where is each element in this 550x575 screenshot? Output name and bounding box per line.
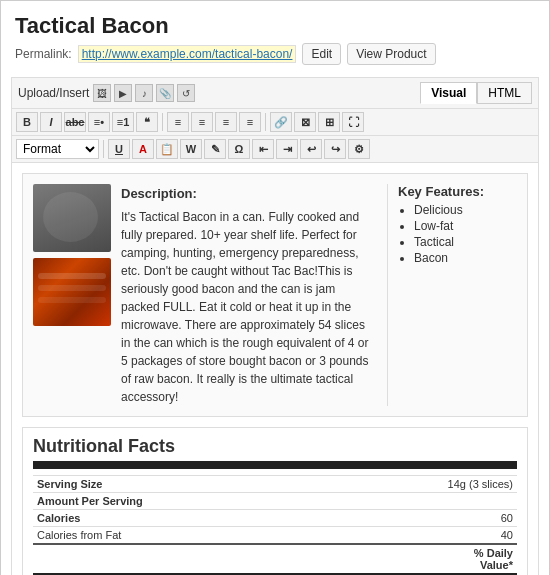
edit-button[interactable]: Edit [302,43,341,65]
pct-header-row: % Daily Value* [33,544,517,575]
tab-visual[interactable]: Visual [420,82,477,104]
upload-video-icon[interactable]: ▶ [114,84,132,102]
calories-fat-value: 40 [345,526,517,544]
view-product-button[interactable]: View Product [347,43,435,65]
upload-image-icon[interactable]: 🖼 [93,84,111,102]
blockquote-button[interactable]: ❝ [136,112,158,132]
unordered-list-button[interactable]: ≡• [88,112,110,132]
toolbar-sep-3 [103,140,104,158]
upload-section: Upload/Insert 🖼 ▶ ♪ 📎 ↺ [18,84,195,102]
calories-row: Calories 60 [33,509,517,526]
align-center-button[interactable]: ≡ [191,112,213,132]
toolbar-sep-1 [162,113,163,131]
tab-html[interactable]: HTML [477,82,532,104]
indent-button[interactable]: ⇥ [276,139,298,159]
feature-tactical: Tactical [414,235,517,249]
italic-button[interactable]: I [40,112,62,132]
upload-refresh-icon[interactable]: ↺ [177,84,195,102]
fullscreen-button[interactable]: ⛶ [342,112,364,132]
feature-low-fat: Low-fat [414,219,517,233]
toolbar-sep-2 [265,113,266,131]
permalink-label: Permalink: [15,47,72,61]
paste-text-button[interactable]: 📋 [156,139,178,159]
page-header: Tactical Bacon Permalink: http://www.exa… [1,1,549,77]
format-select[interactable]: Format Heading 1 Heading 2 Paragraph [16,139,99,159]
permalink-row: Permalink: http://www.example.com/tactic… [15,43,535,65]
settings-button[interactable]: ⚙ [348,139,370,159]
calories-value: 60 [345,509,517,526]
product-box: Description: It's Tactical Bacon in a ca… [22,173,528,417]
serving-size-label: Serving Size [33,475,345,492]
page-title: Tactical Bacon [15,13,535,39]
amount-per-serving-value [345,492,517,509]
outdent-button[interactable]: ⇤ [252,139,274,159]
description-text: It's Tactical Bacon in a can. Fully cook… [121,208,377,406]
nutrition-section: Nutritional Facts Serving Size 14g (3 sl… [22,427,528,576]
key-features: Key Features: Delicious Low-fat Tactical… [387,184,517,406]
key-features-list: Delicious Low-fat Tactical Bacon [414,203,517,265]
unlink-button[interactable]: ⊠ [294,112,316,132]
description-heading: Description: [121,186,197,201]
insert-button[interactable]: ⊞ [318,112,340,132]
view-tabs: Visual HTML [420,82,532,104]
align-left-button[interactable]: ≡ [167,112,189,132]
editor-content[interactable]: Description: It's Tactical Bacon in a ca… [12,163,538,575]
amount-per-serving-label: Amount Per Serving [33,492,345,509]
editor-tabs-row: Upload/Insert 🖼 ▶ ♪ 📎 ↺ Visual HTML [12,78,538,109]
pct-header-label: % Daily Value* [467,544,517,575]
pct-header-spacer [33,544,467,575]
upload-file-icon[interactable]: 📎 [156,84,174,102]
special-char-button[interactable]: Ω [228,139,250,159]
key-features-heading: Key Features: [398,184,484,199]
serving-size-row: Serving Size 14g (3 slices) [33,475,517,492]
product-images [33,184,111,406]
toolbar-row1: B I abc ≡• ≡1 ❝ ≡ ≡ ≡ ≡ 🔗 ⊠ ⊞ ⛶ [12,109,538,136]
text-color-button[interactable]: A [132,139,154,159]
upload-icons: 🖼 ▶ ♪ 📎 ↺ [93,84,195,102]
remove-format-button[interactable]: ✎ [204,139,226,159]
paste-word-button[interactable]: W [180,139,202,159]
amount-per-serving-row: Amount Per Serving [33,492,517,509]
bacon-image [33,258,111,326]
calories-fat-label: Calories from Fat [33,526,345,544]
ordered-list-button[interactable]: ≡1 [112,112,134,132]
upload-label: Upload/Insert [18,86,89,100]
editor-area: Upload/Insert 🖼 ▶ ♪ 📎 ↺ Visual HTML B I … [11,77,539,575]
align-right-button[interactable]: ≡ [215,112,237,132]
page-wrapper: Tactical Bacon Permalink: http://www.exa… [0,0,550,575]
calories-label: Calories [33,509,345,526]
undo-button[interactable]: ↩ [300,139,322,159]
align-justify-button[interactable]: ≡ [239,112,261,132]
feature-bacon: Bacon [414,251,517,265]
link-button[interactable]: 🔗 [270,112,292,132]
calories-fat-row: Calories from Fat 40 [33,526,517,544]
nutrition-title: Nutritional Facts [33,436,517,469]
redo-button[interactable]: ↪ [324,139,346,159]
serving-size-value: 14g (3 slices) [345,475,517,492]
strikethrough-button[interactable]: abc [64,112,86,132]
underline-button[interactable]: U [108,139,130,159]
nutrition-table: Serving Size 14g (3 slices) Amount Per S… [33,475,517,576]
product-description: Description: It's Tactical Bacon in a ca… [121,184,377,406]
permalink-url[interactable]: http://www.example.com/tactical-bacon/ [78,45,297,63]
upload-audio-icon[interactable]: ♪ [135,84,153,102]
toolbar-row2: Format Heading 1 Heading 2 Paragraph U A… [12,136,538,163]
bold-button[interactable]: B [16,112,38,132]
can-image [33,184,111,252]
feature-delicious: Delicious [414,203,517,217]
